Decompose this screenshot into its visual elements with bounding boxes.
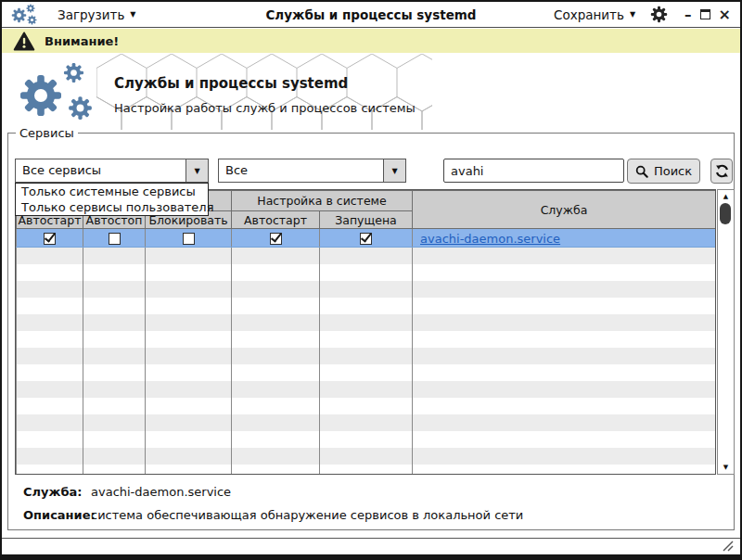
scroll-down-icon[interactable]: ▼ <box>718 464 734 471</box>
service-type-dropdown-popup: Только системные сервисы Только сервисы … <box>15 183 209 216</box>
state-filter-select[interactable]: Все ▼ <box>218 159 406 183</box>
cell-autostart <box>17 229 83 248</box>
cell-system_autostart <box>232 229 320 248</box>
detail-service-label: Служба: <box>15 485 91 499</box>
statusbar <box>2 538 740 554</box>
state-filter-value: Все <box>219 159 383 182</box>
app-gears-icon <box>11 4 39 26</box>
table-row-empty[interactable] <box>17 264 716 281</box>
cell-block <box>146 229 232 248</box>
table-row[interactable]: avachi-daemon.service <box>17 229 716 248</box>
refresh-icon <box>715 164 729 178</box>
table-row-empty[interactable] <box>17 331 716 348</box>
table-row-empty[interactable] <box>17 248 716 264</box>
service-link[interactable]: avachi-daemon.service <box>420 232 560 246</box>
table-row-empty[interactable] <box>17 298 716 314</box>
search-input[interactable] <box>443 159 624 183</box>
table-row-empty[interactable] <box>17 364 716 381</box>
search-icon <box>635 165 648 178</box>
cell-service: avachi-daemon.service <box>413 229 716 248</box>
services-legend: Сервисы <box>16 126 78 140</box>
settings-gear-icon[interactable] <box>650 6 668 23</box>
scrollbar-thumb[interactable] <box>720 203 731 224</box>
header-col-service[interactable]: Служба <box>413 191 716 229</box>
table-row-empty[interactable] <box>17 398 716 414</box>
services-groupbox: Сервисы Все сервисы ▼ Все ▼ Поиск <box>7 126 735 530</box>
table-row-empty[interactable] <box>17 414 716 431</box>
table-row-empty[interactable] <box>17 348 716 364</box>
load-menu-button[interactable]: Загрузить ▼ <box>58 7 136 22</box>
detail-service-row: Служба: avachi-daemon.service <box>15 485 231 499</box>
banner: Службы и процессы systemd Настройка рабо… <box>2 53 740 131</box>
service-type-value: Все сервисы <box>16 159 186 182</box>
table-row-empty[interactable] <box>17 281 716 298</box>
cell-running <box>320 229 413 248</box>
system_autostart-checkbox[interactable] <box>270 233 282 245</box>
running-checkbox[interactable] <box>360 233 372 245</box>
autostart-checkbox[interactable] <box>44 233 56 245</box>
search-button[interactable]: Поиск <box>627 159 700 184</box>
detail-description-value: система обеспечивающая обнаружение серви… <box>91 508 523 522</box>
warning-bar: Внимание! <box>2 29 740 53</box>
chevron-down-icon: ▼ <box>130 10 135 19</box>
warning-text: Внимание! <box>45 34 119 48</box>
page-title: Службы и процессы systemd <box>114 75 348 92</box>
save-menu-button[interactable]: Сохранить ▼ <box>554 7 635 22</box>
close-button[interactable]: × <box>719 8 731 21</box>
block-checkbox[interactable] <box>183 233 195 245</box>
save-menu-label: Сохранить <box>554 7 624 22</box>
chevron-down-icon: ▼ <box>630 10 635 19</box>
table-row-empty[interactable] <box>17 448 716 465</box>
detail-service-value: avachi-daemon.service <box>91 485 231 499</box>
minimize-button[interactable]: – <box>684 10 692 19</box>
search-button-label: Поиск <box>654 164 692 178</box>
dropdown-option-user[interactable]: Только сервисы пользователя <box>16 199 208 215</box>
app-logo-gears-icon <box>17 60 102 123</box>
titlebar: Загрузить ▼ Службы и процессы systemd Со… <box>2 2 740 28</box>
chevron-down-icon[interactable]: ▼ <box>186 159 208 182</box>
header-col-running[interactable]: Запущена <box>320 211 413 229</box>
cell-autostop <box>83 229 146 248</box>
service-type-select[interactable]: Все сервисы ▼ <box>15 159 209 183</box>
refresh-button[interactable] <box>710 159 733 184</box>
table-body: avachi-daemon.service <box>17 229 716 476</box>
maximize-button[interactable] <box>700 9 710 19</box>
vertical-scrollbar[interactable]: ▲ ▼ <box>717 189 735 475</box>
header-group-system: Настройка в системе <box>232 191 413 211</box>
window-title: Службы и процессы systemd <box>206 7 536 22</box>
page-subtitle: Настройка работы служб и процессов систе… <box>114 101 416 115</box>
table-row-empty[interactable] <box>17 431 716 448</box>
hexagon-pattern <box>96 54 432 130</box>
table-row-empty[interactable] <box>17 381 716 398</box>
warning-triangle-icon <box>13 32 35 51</box>
chevron-down-icon[interactable]: ▼ <box>383 159 405 182</box>
dropdown-option-system[interactable]: Только системные сервисы <box>16 184 208 199</box>
autostop-checkbox[interactable] <box>109 233 121 245</box>
scroll-up-icon[interactable]: ▲ <box>718 193 734 200</box>
header-col-system-autostart[interactable]: Автостарт <box>232 211 320 229</box>
app-window: Загрузить ▼ Службы и процессы systemd Со… <box>0 0 742 560</box>
load-menu-label: Загрузить <box>58 7 124 22</box>
detail-description-row: Описание: система обеспечивающая обнаруж… <box>15 508 523 522</box>
resize-grip-icon[interactable] <box>723 541 734 552</box>
table-row-empty[interactable] <box>17 314 716 331</box>
services-table: Настройка в системе Служба Автостарт Авт… <box>15 189 716 475</box>
table-row-empty[interactable] <box>17 465 716 476</box>
detail-description-label: Описание: <box>15 508 91 522</box>
